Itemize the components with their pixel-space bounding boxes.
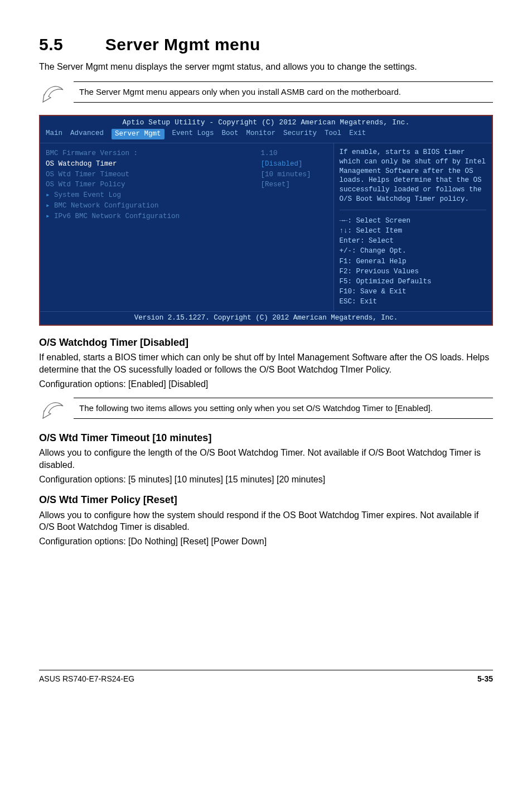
- bios-menubar: MainAdvancedServer MgmtEvent LogsBootMon…: [40, 129, 492, 143]
- bios-row-label: IPv6 BMC Network Configuration: [46, 212, 261, 221]
- section-number: 5.5: [39, 33, 100, 56]
- bios-menu-boot: Boot: [222, 129, 239, 139]
- note-icon: [39, 80, 69, 104]
- intro-paragraph: The Server Mgmt menu displays the server…: [39, 61, 493, 73]
- bios-row: BMC Firmware Version :1.10: [46, 149, 328, 158]
- bios-row: BMC Network Configuration: [46, 201, 328, 211]
- bios-row-label: BMC Network Configuration: [46, 201, 261, 211]
- bios-title-bar: Aptio Setup Utility - Copyright (C) 2012…: [40, 116, 492, 129]
- option2-config: Configuration options: [5 minutes] [10 m…: [39, 474, 493, 486]
- bios-row-label: BMC Firmware Version :: [46, 149, 261, 158]
- bios-row-value: 1.10: [261, 149, 328, 158]
- bios-key-hint: F10: Save & Exit: [340, 287, 487, 297]
- bios-row: OS Wtd Timer Timeout[10 minutes]: [46, 170, 328, 180]
- note-icon: [39, 397, 69, 420]
- bios-row-label: OS Wtd Timer Policy: [46, 180, 261, 190]
- bios-menu-monitor: Monitor: [246, 129, 276, 139]
- bios-row-label: OS Wtd Timer Timeout: [46, 170, 261, 180]
- page-footer: ASUS RS740-E7-RS24-EG 5-35: [39, 670, 493, 684]
- option1-config: Configuration options: [Enabled] [Disabl…: [39, 378, 493, 390]
- bios-menu-main: Main: [46, 129, 62, 139]
- option1-body: If enabled, starts a BIOS timer which ca…: [39, 351, 493, 375]
- bios-key-hint: ESC: Exit: [340, 297, 487, 307]
- bios-key-hint: F5: Optimized Defaults: [340, 277, 487, 287]
- bios-key-hint: →←: Select Screen: [340, 216, 487, 226]
- option2-body: Allows you to configure the length of th…: [39, 447, 493, 471]
- bios-row: System Event Log: [46, 191, 328, 200]
- bios-left-pane: BMC Firmware Version :1.10OS Watchdog Ti…: [40, 143, 334, 311]
- bios-key-hint: F2: Previous Values: [340, 267, 487, 277]
- bios-key-hints: →←: Select Screen↑↓: Select ItemEnter: S…: [340, 216, 487, 307]
- bios-row-value: [Reset]: [261, 180, 328, 190]
- bios-menu-security: Security: [283, 129, 317, 139]
- note-text-1: The Server Mgmt menu appears only when y…: [74, 81, 493, 103]
- option3-config: Configuration options: [Do Nothing] [Res…: [39, 535, 493, 548]
- bios-menu-exit: Exit: [349, 129, 366, 139]
- section-heading: 5.5 Server Mgmt menu: [39, 33, 493, 56]
- bios-row-label: OS Watchdog Timer: [46, 160, 261, 169]
- bios-row-label: System Event Log: [46, 191, 261, 200]
- option3-title: O/S Wtd Timer Policy [Reset]: [39, 493, 493, 506]
- bios-right-pane: If enable, starts a BIOS timer which can…: [334, 143, 492, 311]
- bios-key-hint: +/-: Change Opt.: [340, 246, 487, 256]
- bios-help-text: If enable, starts a BIOS timer which can…: [340, 148, 487, 204]
- bios-key-hint: Enter: Select: [340, 236, 487, 246]
- bios-key-hint: ↑↓: Select Item: [340, 226, 487, 236]
- bios-row-value: [261, 191, 328, 200]
- option3-body: Allows you to configure how the system s…: [39, 509, 493, 533]
- option2-title: O/S Wtd Timer Timeout [10 minutes]: [39, 431, 493, 445]
- footer-left: ASUS RS740-E7-RS24-EG: [39, 674, 134, 684]
- section-title-text: Server Mgmt menu: [105, 35, 260, 54]
- bios-row: IPv6 BMC Network Configuration: [46, 212, 328, 221]
- option1-title: O/S Watchdog Timer [Disabled]: [39, 336, 493, 349]
- bios-row-value: [261, 212, 328, 221]
- bios-row: OS Wtd Timer Policy[Reset]: [46, 180, 328, 190]
- bios-menu-server-mgmt: Server Mgmt: [112, 129, 165, 139]
- bios-row-value: [261, 201, 328, 211]
- bios-key-hint: F1: General Help: [340, 257, 487, 267]
- note-block-1: The Server Mgmt menu appears only when y…: [39, 80, 493, 104]
- bios-screenshot: Aptio Setup Utility - Copyright (C) 2012…: [39, 115, 493, 326]
- note-text-2: The following two items allows you setti…: [74, 398, 493, 419]
- bios-row-value: [10 minutes]: [261, 170, 328, 180]
- bios-row: OS Watchdog Timer[Disabled]: [46, 160, 328, 169]
- bios-menu-event-logs: Event Logs: [172, 129, 214, 139]
- bios-footer: Version 2.15.1227. Copyright (C) 2012 Am…: [40, 311, 492, 325]
- bios-row-value: [Disabled]: [261, 160, 328, 169]
- note-block-2: The following two items allows you setti…: [39, 397, 493, 420]
- footer-right: 5-35: [477, 674, 493, 684]
- bios-menu-tool: Tool: [325, 129, 341, 139]
- bios-menu-advanced: Advanced: [70, 129, 104, 139]
